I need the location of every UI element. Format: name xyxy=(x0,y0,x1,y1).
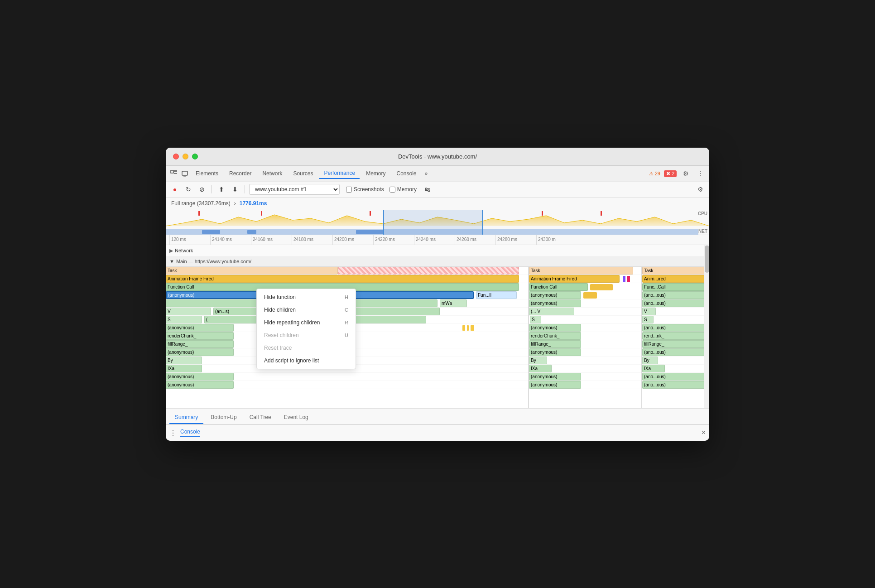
tab-bottom-up[interactable]: Bottom-Up xyxy=(205,411,242,424)
flame-scrollbar[interactable] xyxy=(704,245,709,408)
anon4-block-l[interactable]: (anonymous) xyxy=(166,348,234,356)
memory-checkbox[interactable] xyxy=(389,187,395,193)
fr-rend-block[interactable]: rend...nk_ xyxy=(642,332,704,340)
mid-v-block[interactable]: (... V xyxy=(529,308,574,315)
fillrange-block-l[interactable]: fillRange_ xyxy=(166,340,234,348)
mid-func-block[interactable]: Function Call xyxy=(529,283,588,291)
ctx-hide-repeating-children[interactable]: Hide repeating children R xyxy=(257,316,356,329)
tab-memory[interactable]: Memory xyxy=(361,169,390,178)
mid-yellow-block[interactable] xyxy=(590,284,613,290)
record-button[interactable]: ● xyxy=(169,184,180,195)
time-tick-0: 120 ms xyxy=(169,235,210,245)
tab-elements[interactable]: Elements xyxy=(191,169,223,178)
anon6-block-l[interactable]: (anonymous) xyxy=(166,381,234,389)
screenshots-checkbox-label[interactable]: Screenshots xyxy=(346,186,384,193)
network-section-row[interactable]: ▶ Network xyxy=(166,245,704,257)
expand-network-icon[interactable]: ▶ xyxy=(169,248,173,254)
minimize-button[interactable] xyxy=(183,154,188,159)
fr-v-block[interactable]: V xyxy=(642,308,656,315)
task-stripe-l[interactable] xyxy=(338,267,519,275)
fr-anon1-block[interactable]: (ano...ous) xyxy=(642,291,704,299)
ctx-reset-children: Reset children U xyxy=(257,329,356,342)
fr-anon6-block[interactable]: (ano...ous) xyxy=(642,381,704,389)
screenshots-checkbox[interactable] xyxy=(346,187,352,193)
memory-checkbox-label[interactable]: Memory xyxy=(389,186,417,193)
fr-func-block[interactable]: Func...Call xyxy=(642,283,704,291)
mid-anon6-block[interactable]: (anonymous) xyxy=(529,381,581,389)
mid-anon1-block[interactable]: (anonymous) xyxy=(529,291,581,299)
mid-anon3-block[interactable]: (anonymous) xyxy=(529,324,581,332)
cpu-spike-4 xyxy=(542,211,543,216)
console-dots[interactable]: ⋮ xyxy=(169,429,177,437)
fr-ixa-block[interactable]: IXa xyxy=(642,365,665,372)
upload-button[interactable]: ⬆ xyxy=(216,184,227,195)
mid-rend-block[interactable]: renderChunk_ xyxy=(529,332,581,340)
device-toolbar-icon[interactable] xyxy=(180,169,189,178)
anim-block-l[interactable]: Animation Frame Fired xyxy=(166,275,519,283)
mid-anon2-block[interactable]: (anonymous) xyxy=(529,299,581,307)
tab-performance[interactable]: Performance xyxy=(319,168,360,179)
mid-by-row: By xyxy=(529,357,637,365)
scrollbar-thumb[interactable] xyxy=(705,246,709,273)
tab-event-log[interactable]: Event Log xyxy=(279,411,314,424)
console-close-button[interactable]: × xyxy=(702,429,706,437)
perf-settings-icon[interactable]: ⚙ xyxy=(695,184,706,195)
fr-anon4-block[interactable]: (ano...ous) xyxy=(642,348,704,356)
mid-yellow2-block[interactable] xyxy=(583,292,597,299)
tab-console[interactable]: Console xyxy=(392,169,421,178)
reload-record-button[interactable]: ↻ xyxy=(183,184,194,195)
fr-anon2-block[interactable]: (ano...ous) xyxy=(642,299,704,307)
v-block-l[interactable]: V xyxy=(166,308,211,315)
fr-anon5-block[interactable]: (ano...ous) xyxy=(642,373,704,381)
fr-task-block[interactable]: Task xyxy=(642,267,704,275)
renderchunk-block-l[interactable]: renderChunk_ xyxy=(166,332,234,340)
mwa-block[interactable]: mWa xyxy=(440,299,467,307)
cpu-label: CPU xyxy=(698,211,707,216)
fr-by-block[interactable]: By xyxy=(642,357,658,364)
tab-sources[interactable]: Sources xyxy=(288,169,317,178)
tab-call-tree[interactable]: Call Tree xyxy=(244,411,277,424)
close-button[interactable] xyxy=(173,154,179,159)
url-select[interactable]: www.youtube.com #1 xyxy=(249,184,340,195)
mid-anim-block[interactable]: Animation Frame Fired xyxy=(529,275,620,283)
mid-anon4-block[interactable]: (anonymous) xyxy=(529,348,581,356)
mid-ixa-block[interactable]: IXa xyxy=(529,365,552,372)
run-mask-block[interactable]: Fun...ll xyxy=(476,291,517,299)
by-block-l[interactable]: By xyxy=(166,357,202,364)
fr-s-block[interactable]: S xyxy=(642,316,654,323)
anon3-block-l[interactable]: (anonymous) xyxy=(166,324,234,332)
tab-summary[interactable]: Summary xyxy=(169,411,203,424)
fr-fill-block[interactable]: fillRange_ xyxy=(642,340,704,348)
more-options-icon[interactable]: ⋮ xyxy=(695,168,706,179)
more-tabs-button[interactable]: » xyxy=(423,169,430,178)
tab-recorder[interactable]: Recorder xyxy=(225,169,256,178)
download-button[interactable]: ⬇ xyxy=(230,184,240,195)
mid-anon5-block[interactable]: (anonymous) xyxy=(529,373,581,381)
mid-fill-block[interactable]: fillRange_ xyxy=(529,340,581,348)
mid-anon3-row: (anonymous) xyxy=(529,324,637,332)
fr-anon3-block[interactable]: (ano...ous) xyxy=(642,324,704,332)
mid-func-row: Function Call xyxy=(529,283,637,291)
tab-bar-right: ⚠ 29 ✖ 2 ⚙ ⋮ xyxy=(649,168,706,179)
task-block-l[interactable]: Task xyxy=(166,267,338,275)
ixa-block-l[interactable]: IXa xyxy=(166,365,202,372)
capture-settings-icon[interactable] xyxy=(422,184,433,195)
anon5-block-l[interactable]: (anonymous) xyxy=(166,373,234,381)
clear-button[interactable]: ⊘ xyxy=(197,184,207,195)
tab-network[interactable]: Network xyxy=(258,169,287,178)
mid-s-block[interactable]: S xyxy=(530,316,541,323)
collapse-icon[interactable]: ▼ xyxy=(169,259,174,264)
maximize-button[interactable] xyxy=(192,154,198,159)
s-block-l[interactable]: S xyxy=(166,316,202,323)
settings-icon[interactable]: ⚙ xyxy=(680,168,691,179)
fr-anim-block[interactable]: Anim...ired xyxy=(642,275,704,283)
selection-overlay[interactable] xyxy=(383,210,483,235)
ctx-hide-function[interactable]: Hide function H xyxy=(257,291,356,304)
inspect-icon[interactable] xyxy=(169,169,178,178)
mid-by-block[interactable]: By xyxy=(529,357,547,364)
fr-ixa-row: IXa xyxy=(642,365,704,373)
mid-task-block[interactable]: Task xyxy=(529,267,633,275)
ctx-add-ignore-list[interactable]: Add script to ignore list xyxy=(257,354,356,367)
console-tab[interactable]: Console xyxy=(180,429,200,437)
ctx-hide-children[interactable]: Hide children C xyxy=(257,304,356,316)
